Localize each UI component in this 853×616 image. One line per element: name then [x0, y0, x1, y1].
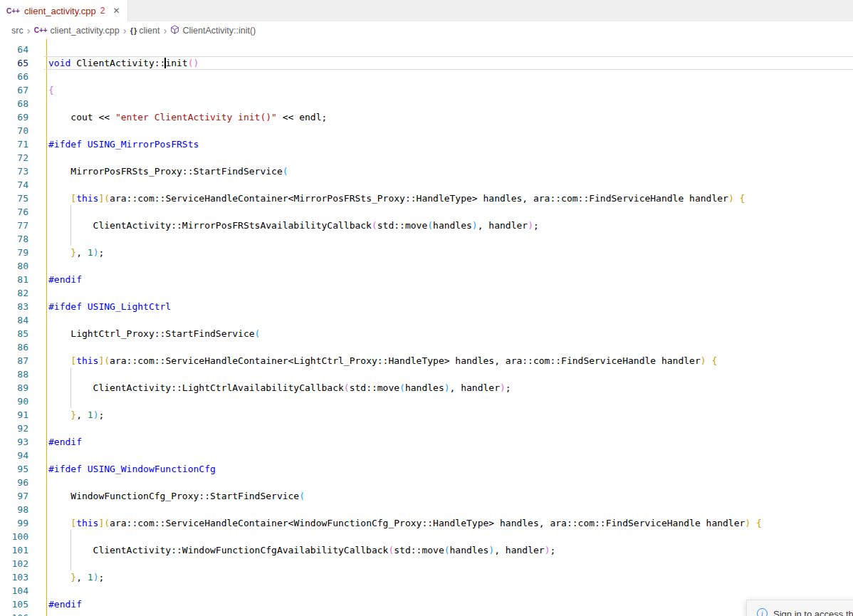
code-line[interactable]: 78 [0, 232, 853, 246]
code-line[interactable]: 72 [0, 151, 853, 165]
code-line[interactable]: 79 }, 1); [0, 246, 853, 259]
code-line[interactable]: 97 WindowFunctionCfg_Proxy::StartFindSer… [0, 489, 853, 503]
indent-guide [46, 367, 47, 381]
line-number[interactable]: 96 [0, 476, 28, 489]
line-number[interactable]: 100 [0, 530, 28, 543]
code-line[interactable]: 101 ClientActivity::WindowFunctionCfgAva… [0, 543, 853, 557]
breadcrumb-item-client[interactable]: { } client [130, 26, 160, 36]
line-number[interactable]: 74 [0, 178, 28, 192]
indent-guide [70, 232, 71, 246]
line-number[interactable]: 66 [0, 70, 28, 83]
line-number[interactable]: 101 [0, 543, 28, 557]
line-number[interactable]: 102 [0, 557, 28, 570]
indent-guide [46, 286, 47, 300]
code-line[interactable]: 106 [0, 611, 853, 616]
breadcrumb-item-symbol[interactable]: ClientActivity::init() [170, 24, 256, 36]
line-number[interactable]: 93 [0, 435, 28, 449]
code-line[interactable]: 70 [0, 124, 853, 137]
line-number[interactable]: 79 [0, 246, 28, 259]
code-line[interactable]: 76 [0, 205, 853, 219]
line-number[interactable]: 95 [0, 462, 28, 476]
breadcrumb-item-file[interactable]: C++ client_activity.cpp [34, 26, 120, 36]
code-line[interactable]: 73 MirrorPosFRSts_Proxy::StartFindServic… [0, 165, 853, 178]
indent-guide [46, 340, 47, 354]
line-number[interactable]: 77 [0, 219, 28, 232]
indent-guide [46, 435, 47, 449]
line-number[interactable]: 88 [0, 367, 28, 381]
code-line[interactable]: 89 ClientActivity::LightCtrlAvailability… [0, 381, 853, 395]
line-number[interactable]: 99 [0, 516, 28, 530]
notification-toast[interactable]: i Sign in to access the [746, 600, 853, 616]
close-icon[interactable]: ✕ [113, 6, 120, 16]
line-number[interactable]: 90 [0, 395, 28, 408]
line-number[interactable]: 64 [0, 43, 28, 56]
code-line[interactable]: 100 [0, 530, 853, 543]
code-line[interactable]: 86 [0, 340, 853, 354]
line-number[interactable]: 103 [0, 570, 28, 584]
code-line[interactable]: 69 cout << "enter ClientActivity init()"… [0, 110, 853, 124]
code-line[interactable]: 103 }, 1); [0, 570, 853, 584]
code-line[interactable]: 71#ifdef USING_MirrorPosFRSts [0, 137, 853, 151]
line-number[interactable]: 91 [0, 408, 28, 422]
line-number[interactable]: 98 [0, 503, 28, 516]
code-line[interactable]: 102 [0, 557, 853, 570]
code-line[interactable]: 96 [0, 476, 853, 489]
line-number[interactable]: 97 [0, 489, 28, 503]
code-editor[interactable]: 636465void ClientActivity::init()6667{68… [0, 39, 853, 616]
code-line[interactable]: 80 [0, 259, 853, 273]
line-number[interactable]: 78 [0, 232, 28, 246]
code-line[interactable]: 88 [0, 367, 853, 381]
line-number[interactable]: 69 [0, 110, 28, 124]
line-number[interactable]: 67 [0, 83, 28, 97]
code-line[interactable]: 98 [0, 503, 853, 516]
line-number[interactable]: 75 [0, 192, 28, 205]
line-number[interactable]: 106 [0, 611, 28, 616]
line-number[interactable]: 85 [0, 327, 28, 340]
line-number[interactable]: 65 [0, 56, 28, 70]
line-number[interactable]: 87 [0, 354, 28, 367]
line-number[interactable]: 71 [0, 137, 28, 151]
code-line[interactable]: 64 [0, 43, 853, 56]
line-number[interactable]: 82 [0, 286, 28, 300]
line-number[interactable]: 83 [0, 300, 28, 313]
line-number[interactable]: 70 [0, 124, 28, 137]
code-line[interactable]: 77 ClientActivity::MirrorPosFRStsAvailab… [0, 219, 853, 232]
line-number[interactable]: 89 [0, 381, 28, 395]
code-line[interactable]: 66 [0, 70, 853, 83]
code-line[interactable]: 82 [0, 286, 853, 300]
line-number[interactable]: 94 [0, 449, 28, 462]
code-line[interactable]: 67{ [0, 83, 853, 97]
line-number[interactable]: 76 [0, 205, 28, 219]
tab-client-activity[interactable]: C++ client_activity.cpp 2 ✕ [0, 0, 128, 21]
code-line[interactable]: 87 [this](ara::com::ServiceHandleContain… [0, 354, 853, 367]
line-number[interactable]: 73 [0, 165, 28, 178]
line-number[interactable]: 84 [0, 313, 28, 327]
line-number[interactable]: 81 [0, 273, 28, 286]
code-line[interactable]: 81#endif [0, 273, 853, 286]
line-number[interactable]: 104 [0, 584, 28, 597]
code-line[interactable]: 92 [0, 422, 853, 435]
code-line[interactable]: 75 [this](ara::com::ServiceHandleContain… [0, 192, 853, 205]
code-line[interactable]: 74 [0, 178, 853, 192]
code-line[interactable]: 99 [this](ara::com::ServiceHandleContain… [0, 516, 853, 530]
line-number[interactable]: 80 [0, 259, 28, 273]
line-number[interactable]: 86 [0, 340, 28, 354]
code-line[interactable]: 105#endif [0, 597, 853, 611]
vscode-editor-window: C++ client_activity.cpp 2 ✕ src › C++ cl… [0, 0, 853, 616]
code-line[interactable]: 84 [0, 313, 853, 327]
code-line[interactable]: 68 [0, 97, 853, 110]
code-line[interactable]: 104 [0, 584, 853, 597]
code-line[interactable]: 90 [0, 395, 853, 408]
line-number[interactable]: 68 [0, 97, 28, 110]
line-number[interactable]: 105 [0, 597, 28, 611]
line-number[interactable]: 72 [0, 151, 28, 165]
code-line[interactable]: 94 [0, 449, 853, 462]
code-line[interactable]: 83#ifdef USING_LightCtrl [0, 300, 853, 313]
code-line[interactable]: 85 LightCtrl_Proxy::StartFindService( [0, 327, 853, 340]
code-line[interactable]: 95#ifdef USING_WindowFunctionCfg [0, 462, 853, 476]
code-line[interactable]: 91 }, 1); [0, 408, 853, 422]
line-number[interactable]: 92 [0, 422, 28, 435]
code-line[interactable]: 65void ClientActivity::init() [0, 56, 853, 70]
breadcrumb-item-src[interactable]: src [11, 26, 23, 36]
code-line[interactable]: 93#endif [0, 435, 853, 449]
